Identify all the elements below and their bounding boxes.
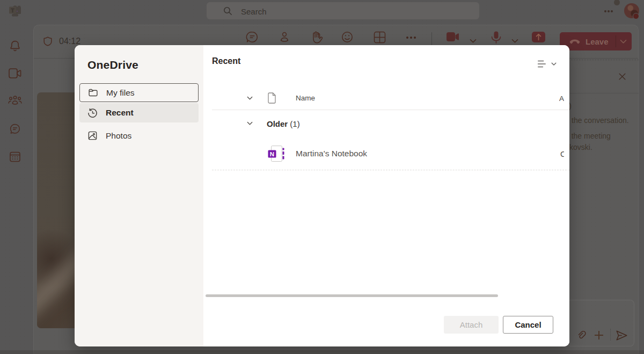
svg-text:N: N [270, 151, 274, 157]
